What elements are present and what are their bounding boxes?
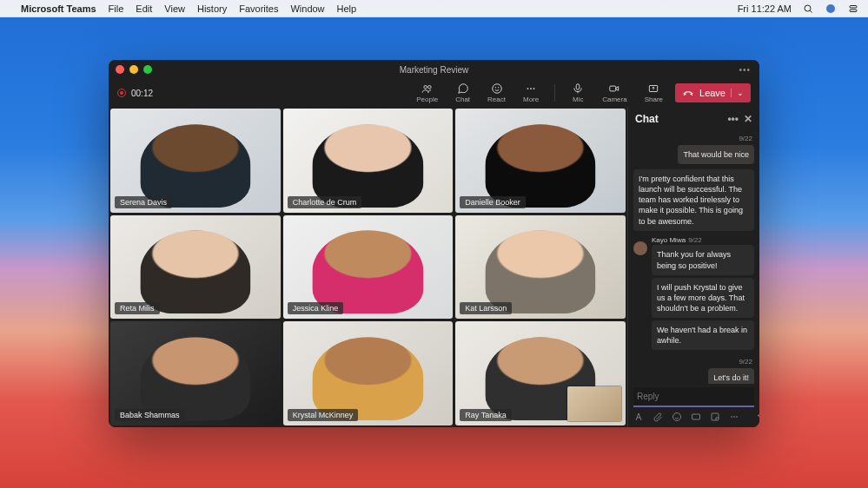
svg-point-11: [530, 88, 532, 89]
chat-close-icon[interactable]: ✕: [744, 113, 752, 125]
call-toolbar: 00:12 People Chat React: [109, 79, 759, 107]
video-tile[interactable]: Jessica Kline: [283, 215, 454, 320]
svg-rect-4: [850, 10, 857, 12]
menubar-app-name[interactable]: Microsoft Teams: [21, 3, 96, 14]
svg-point-19: [731, 416, 732, 418]
participant-avatar: [486, 231, 596, 314]
avatar: [633, 241, 647, 255]
menubar-item-edit[interactable]: Edit: [136, 3, 152, 14]
svg-line-1: [810, 10, 812, 12]
titlebar-more-icon[interactable]: •••: [739, 65, 751, 75]
svg-rect-13: [576, 84, 580, 89]
svg-rect-14: [610, 86, 616, 91]
participant-avatar: [140, 231, 250, 314]
video-tile[interactable]: Charlotte de Crum: [283, 109, 454, 213]
control-center-icon[interactable]: [847, 3, 859, 15]
react-button[interactable]: React: [482, 82, 511, 103]
chat-message: I'm pretty confident that this launch wi…: [633, 169, 754, 231]
share-button[interactable]: Share: [639, 82, 668, 103]
video-grid: Serena DavisCharlotte de CrumDanielle Bo…: [109, 107, 627, 427]
message-bubble: We haven't had a break in awhile.: [652, 320, 754, 350]
video-tile[interactable]: Danielle Booker: [455, 109, 626, 213]
svg-point-21: [736, 416, 738, 418]
participant-avatar: [140, 124, 250, 208]
participant-name: Serena Davis: [115, 196, 172, 208]
send-icon[interactable]: [757, 412, 759, 422]
participant-name: Danielle Booker: [460, 196, 526, 208]
window-close-button[interactable]: [116, 65, 124, 74]
menubar-item-help[interactable]: Help: [337, 3, 357, 14]
video-tile[interactable]: Krystal McKinney: [283, 321, 454, 425]
menubar-clock[interactable]: Fri 11:22 AM: [738, 3, 792, 14]
chat-message: 9/22Let's do it!: [633, 358, 754, 384]
gif-icon[interactable]: [691, 412, 701, 422]
svg-point-20: [733, 416, 735, 418]
window-zoom-button[interactable]: [143, 65, 152, 74]
participant-avatar: [140, 337, 250, 420]
chat-more-icon[interactable]: •••: [727, 113, 739, 125]
format-icon[interactable]: [633, 412, 644, 422]
video-tile[interactable]: Kat Larsson: [455, 215, 626, 320]
window-titlebar: Marketing Review •••: [109, 60, 759, 79]
participant-name: Kat Larsson: [460, 302, 512, 314]
teams-meeting-window: Marketing Review ••• 00:12 People Chat: [109, 60, 759, 427]
people-button[interactable]: People: [411, 82, 443, 103]
message-time: 9/22: [737, 135, 754, 144]
video-tile[interactable]: Reta Milis: [110, 215, 281, 320]
svg-point-5: [424, 86, 427, 89]
compose-more-icon[interactable]: [729, 412, 739, 422]
mic-button[interactable]: Mic: [566, 82, 590, 103]
emoji-icon[interactable]: [672, 412, 682, 422]
chat-panel-title: Chat: [635, 113, 659, 125]
attach-icon[interactable]: [653, 412, 663, 422]
window-minimize-button[interactable]: [129, 65, 138, 74]
message-time: 9/22: [737, 358, 754, 367]
share-icon: [646, 82, 660, 95]
svg-point-12: [533, 88, 535, 89]
call-timer: 00:12: [131, 89, 153, 98]
svg-point-9: [498, 88, 499, 89]
leave-button[interactable]: Leave ⌄: [675, 83, 751, 102]
video-tile[interactable]: Serena Davis: [110, 109, 281, 213]
svg-point-8: [494, 88, 495, 89]
menubar-item-window[interactable]: Window: [290, 3, 324, 14]
sticker-icon[interactable]: [710, 412, 720, 422]
participant-avatar: [486, 124, 596, 208]
participant-name: Reta Milis: [115, 302, 160, 314]
message-bubble: Thank you for always being so positive!: [652, 245, 754, 274]
macos-menubar: Microsoft Teams File Edit View History F…: [0, 0, 868, 17]
video-tile[interactable]: Babak Shammas: [110, 321, 281, 425]
recording-indicator-icon: [117, 89, 126, 97]
video-tile[interactable]: Ray Tanaka: [455, 321, 626, 425]
camera-icon: [607, 82, 621, 95]
svg-point-10: [527, 88, 529, 89]
self-video-pip[interactable]: [567, 386, 621, 421]
chat-compose: [628, 384, 759, 427]
spotlight-search-icon[interactable]: [802, 3, 814, 15]
chat-button[interactable]: Chat: [450, 82, 475, 103]
message-bubble: That would be nice: [678, 145, 754, 164]
svg-point-7: [492, 84, 501, 94]
chat-message: Kayo Miwa9/22Thank you for always being …: [633, 236, 754, 353]
menubar-item-view[interactable]: View: [164, 3, 185, 14]
participant-name: Jessica Kline: [288, 302, 344, 314]
chat-message: 9/22That would be nice: [633, 135, 754, 164]
react-icon: [490, 82, 504, 95]
chevron-down-icon[interactable]: ⌄: [731, 89, 744, 97]
chat-messages: 9/22That would be niceI'm pretty confide…: [628, 131, 759, 384]
reply-input[interactable]: [633, 387, 754, 407]
participant-name: Babak Shammas: [115, 409, 185, 421]
participant-name: Krystal McKinney: [288, 409, 359, 421]
menubar-item-file[interactable]: File: [109, 3, 124, 14]
account-icon[interactable]: [825, 3, 837, 15]
message-bubble: I will push Krystal to give us a few mor…: [652, 278, 754, 318]
svg-rect-18: [712, 413, 719, 420]
menubar-item-favorites[interactable]: Favorites: [239, 3, 278, 14]
camera-button[interactable]: Camera: [597, 82, 632, 103]
menubar-item-history[interactable]: History: [197, 3, 227, 14]
message-bubble: I'm pretty confident that this launch wi…: [633, 169, 754, 231]
participant-name: Charlotte de Crum: [288, 196, 362, 208]
more-button[interactable]: More: [518, 82, 544, 103]
participant-avatar: [313, 231, 423, 314]
svg-point-2: [826, 4, 835, 13]
